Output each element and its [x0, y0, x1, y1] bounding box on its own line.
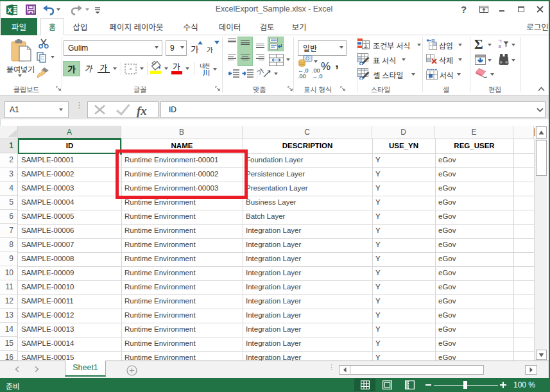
svg-text:fx: fx [137, 104, 147, 117]
svg-text:ㅎ: ㅎ [497, 43, 502, 49]
svg-text:X: X [7, 6, 12, 14]
